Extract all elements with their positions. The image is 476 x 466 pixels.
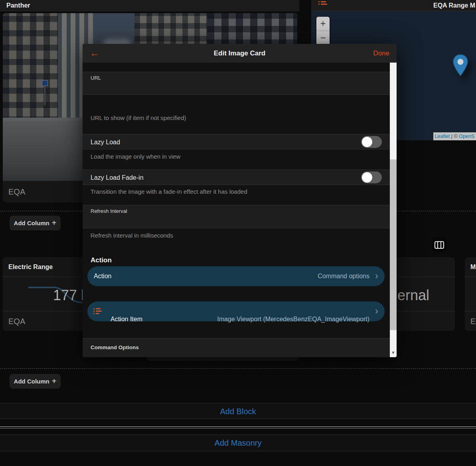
chevron-right-icon: › [375, 266, 378, 285]
add-column-button[interactable]: Add Column + [10, 374, 61, 389]
partial-card-right[interactable]: M E [465, 257, 476, 331]
action-value: Command options [318, 266, 369, 286]
section-divider [0, 368, 476, 369]
done-button[interactable]: Done [373, 44, 389, 63]
refresh-interval-hint: Refresh interval in milliseconds [91, 232, 173, 239]
divider [0, 451, 476, 451]
modal-header: ← Edit Image Card Done [83, 44, 397, 63]
leaflet-link[interactable]: Leaflet [435, 134, 450, 139]
drop-indicator [0, 427, 476, 427]
scrollbar-down-arrow-icon[interactable]: ▼ [390, 349, 397, 357]
modal-title: Edit Image Card [83, 44, 397, 63]
lazy-load-fade-in-toggle[interactable] [361, 171, 382, 183]
divider [0, 435, 476, 435]
add-block-link[interactable]: Add Block [0, 407, 476, 416]
map-card-title: EQA Range M [433, 0, 475, 11]
lazy-load-hint: Load the image only when in view [91, 153, 180, 160]
modal-scrollbar[interactable]: ▼ [390, 63, 397, 357]
left-page-header: Panther [0, 0, 299, 11]
chevron-right-icon: › [375, 301, 378, 320]
lazy-load-fade-in-label: Lazy Load Fade-in [91, 170, 144, 185]
drop-indicator [0, 428, 476, 429]
action-item-label: Action Item [111, 309, 142, 329]
map-zoom-control: + − [316, 17, 330, 45]
page-title: Panther [6, 0, 30, 11]
map-pin-icon[interactable] [452, 54, 468, 77]
action-item-value: Image Viewport (MercedesBenzEQA_ImageVie… [217, 309, 369, 329]
lazy-load-fade-in-row: Lazy Load Fade-in [83, 169, 390, 185]
map-attribution: Leaflet | © OpenS [433, 132, 476, 140]
add-column-button[interactable]: Add Column + [10, 216, 61, 230]
scrollbar-thumb[interactable] [390, 159, 397, 330]
lazy-load-toggle[interactable] [361, 136, 382, 148]
plus-icon: + [52, 218, 57, 228]
command-options-label: Command Options [91, 344, 139, 350]
action-select-row[interactable]: Action Command options › [87, 266, 385, 286]
url-input[interactable] [91, 83, 370, 90]
edit-image-card-modal: ← Edit Image Card Done URL URL to show (… [83, 44, 397, 357]
item-list-icon [93, 308, 101, 315]
menu-list-icon[interactable] [318, 1, 326, 8]
url-hint: URL to show (if item if not specified) [91, 114, 186, 121]
lazy-load-label: Lazy Load [91, 134, 120, 150]
zoom-out-button[interactable]: − [316, 31, 330, 45]
add-masonry-link[interactable]: Add Masonry [0, 438, 476, 448]
plus-icon: + [52, 377, 57, 386]
osm-link[interactable]: OpenS [459, 134, 474, 139]
map-card-header: EQA Range M [311, 0, 476, 11]
card-footer: E [465, 311, 476, 331]
refresh-interval-input[interactable] [91, 216, 370, 223]
card-title: M [465, 257, 476, 277]
action-label: Action [94, 266, 111, 286]
zoom-in-button[interactable]: + [316, 17, 330, 31]
divider [0, 403, 476, 403]
url-field-block: URL [83, 72, 390, 95]
columns-icon[interactable] [432, 238, 446, 252]
lazy-load-row: Lazy Load [83, 134, 390, 149]
url-label: URL [91, 75, 101, 81]
add-column-label: Add Column [14, 220, 49, 226]
refresh-interval-label: Refresh Interval [91, 208, 127, 214]
modal-body: URL URL to show (if item if not specifie… [83, 63, 390, 357]
refresh-interval-block: Refresh Interval [83, 205, 390, 228]
action-item-row[interactable]: Action Item Image Viewport (MercedesBenz… [87, 301, 385, 321]
action-section-title: Action [91, 256, 112, 264]
add-column-label: Add Column [14, 378, 49, 385]
card-value: ernal [397, 287, 429, 304]
lazy-load-fade-in-hint: Transition the image with a fade-in effe… [91, 188, 247, 195]
divider [0, 419, 476, 419]
command-options-block: Command Options [83, 338, 390, 357]
